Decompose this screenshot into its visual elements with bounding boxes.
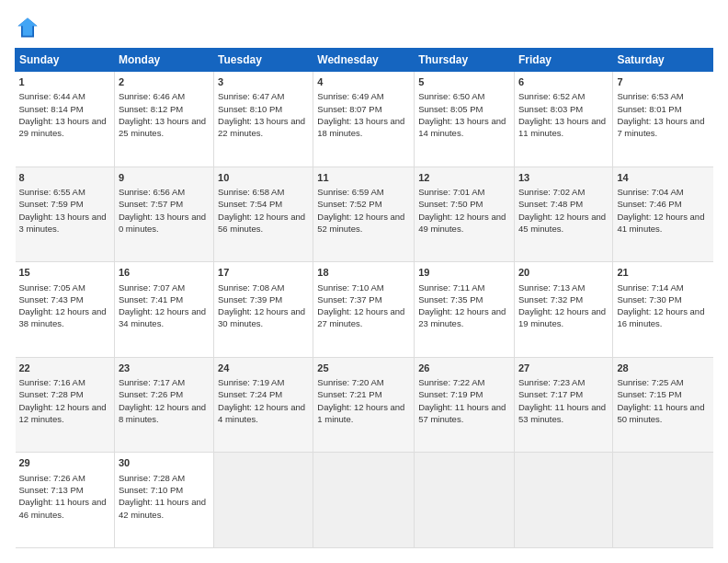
- sunset-text: Sunset: 7:24 PM: [218, 388, 309, 400]
- calendar-row-1: 1Sunrise: 6:44 AMSunset: 8:14 PMDaylight…: [16, 72, 713, 167]
- day-number: 25: [317, 362, 410, 375]
- sunrise-text: Sunrise: 7:19 AM: [218, 376, 309, 388]
- sunrise-text: Sunrise: 7:17 AM: [119, 376, 210, 388]
- sunset-text: Sunset: 8:05 PM: [418, 103, 510, 115]
- calendar-cell: 14Sunrise: 7:04 AMSunset: 7:46 PMDayligh…: [613, 167, 713, 262]
- sunrise-text: Sunrise: 7:10 AM: [317, 282, 410, 293]
- sunset-text: Sunset: 7:17 PM: [518, 388, 609, 400]
- sunrise-text: Sunrise: 6:53 AM: [617, 90, 709, 102]
- sunrise-text: Sunrise: 7:25 AM: [617, 376, 709, 388]
- day-number: 18: [317, 266, 410, 280]
- sunset-text: Sunset: 7:26 PM: [119, 388, 210, 400]
- sunset-text: Sunset: 7:28 PM: [19, 388, 110, 400]
- sunrise-text: Sunrise: 6:47 AM: [218, 90, 309, 102]
- sunset-text: Sunset: 7:43 PM: [19, 293, 110, 305]
- sunrise-text: Sunrise: 7:07 AM: [119, 282, 210, 293]
- calendar-body: 1Sunrise: 6:44 AMSunset: 8:14 PMDaylight…: [16, 72, 713, 548]
- sunset-text: Sunset: 7:41 PM: [119, 293, 210, 305]
- sunrise-text: Sunrise: 7:16 AM: [19, 376, 110, 388]
- daylight-text: Daylight: 13 hours and 22 minutes.: [218, 115, 309, 140]
- calendar-cell: [313, 453, 415, 548]
- calendar-cell: 20Sunrise: 7:13 AMSunset: 7:32 PMDayligh…: [514, 262, 612, 358]
- sunrise-text: Sunrise: 6:52 AM: [518, 90, 609, 102]
- daylight-text: Daylight: 12 hours and 56 minutes.: [218, 211, 309, 236]
- sunrise-text: Sunrise: 7:11 AM: [418, 282, 510, 293]
- sunset-text: Sunset: 7:50 PM: [418, 198, 510, 210]
- sunrise-text: Sunrise: 7:26 AM: [19, 472, 110, 484]
- calendar-row-4: 22Sunrise: 7:16 AMSunset: 7:28 PMDayligh…: [16, 357, 713, 453]
- calendar-cell: 25Sunrise: 7:20 AMSunset: 7:21 PMDayligh…: [313, 357, 415, 453]
- sunrise-text: Sunrise: 7:28 AM: [119, 472, 210, 484]
- calendar-cell: 10Sunrise: 6:58 AMSunset: 7:54 PMDayligh…: [214, 167, 313, 262]
- day-number: 1: [19, 75, 110, 89]
- daylight-text: Daylight: 13 hours and 11 minutes.: [518, 115, 609, 140]
- sunrise-text: Sunrise: 7:13 AM: [518, 282, 609, 293]
- calendar-cell: 8Sunrise: 6:55 AMSunset: 7:59 PMDaylight…: [16, 167, 115, 262]
- day-number: 23: [119, 362, 210, 375]
- sunrise-text: Sunrise: 6:59 AM: [317, 186, 410, 198]
- daylight-text: Daylight: 11 hours and 50 minutes.: [617, 401, 709, 426]
- day-number: 14: [617, 171, 709, 185]
- sunrise-text: Sunrise: 7:02 AM: [518, 186, 609, 198]
- day-number: 20: [518, 266, 609, 280]
- calendar-cell: 27Sunrise: 7:23 AMSunset: 7:17 PMDayligh…: [514, 357, 612, 453]
- daylight-text: Daylight: 12 hours and 30 minutes.: [218, 305, 309, 330]
- calendar-cell: 3Sunrise: 6:47 AMSunset: 8:10 PMDaylight…: [214, 72, 313, 167]
- daylight-text: Daylight: 13 hours and 29 minutes.: [19, 115, 110, 140]
- calendar-cell: 5Sunrise: 6:50 AMSunset: 8:05 PMDaylight…: [415, 72, 515, 167]
- sunrise-text: Sunrise: 6:44 AM: [19, 90, 110, 102]
- daylight-text: Daylight: 13 hours and 0 minutes.: [119, 211, 210, 236]
- day-number: 7: [617, 75, 709, 89]
- daylight-text: Daylight: 13 hours and 18 minutes.: [317, 115, 410, 140]
- sunset-text: Sunset: 7:21 PM: [317, 388, 410, 400]
- day-number: 3: [218, 75, 309, 89]
- calendar-cell: 15Sunrise: 7:05 AMSunset: 7:43 PMDayligh…: [16, 262, 115, 358]
- daylight-text: Daylight: 13 hours and 3 minutes.: [19, 211, 110, 236]
- daylight-text: Daylight: 11 hours and 42 minutes.: [119, 496, 210, 521]
- daylight-text: Daylight: 12 hours and 45 minutes.: [518, 211, 609, 236]
- daylight-text: Daylight: 12 hours and 34 minutes.: [119, 305, 210, 330]
- sunset-text: Sunset: 8:14 PM: [19, 103, 110, 115]
- daylight-text: Daylight: 12 hours and 27 minutes.: [317, 305, 410, 330]
- calendar-row-2: 8Sunrise: 6:55 AMSunset: 7:59 PMDaylight…: [16, 167, 713, 262]
- sunrise-text: Sunrise: 7:05 AM: [19, 282, 110, 293]
- day-number: 10: [218, 171, 309, 185]
- sunrise-text: Sunrise: 6:46 AM: [119, 90, 210, 102]
- sunset-text: Sunset: 8:07 PM: [317, 103, 410, 115]
- day-number: 8: [19, 171, 110, 185]
- day-number: 6: [518, 75, 609, 89]
- sunrise-text: Sunrise: 7:14 AM: [617, 282, 709, 293]
- calendar-cell: 11Sunrise: 6:59 AMSunset: 7:52 PMDayligh…: [313, 167, 415, 262]
- calendar-cell: [415, 453, 515, 548]
- day-number: 26: [418, 362, 510, 375]
- calendar-cell: 26Sunrise: 7:22 AMSunset: 7:19 PMDayligh…: [415, 357, 515, 453]
- calendar-cell: [514, 453, 612, 548]
- calendar-row-3: 15Sunrise: 7:05 AMSunset: 7:43 PMDayligh…: [16, 262, 713, 358]
- sunset-text: Sunset: 8:03 PM: [518, 103, 609, 115]
- col-header-sunday: Sunday: [16, 49, 115, 72]
- col-header-friday: Friday: [514, 49, 612, 72]
- sunset-text: Sunset: 7:46 PM: [617, 198, 709, 210]
- day-number: 4: [317, 75, 410, 89]
- sunrise-text: Sunrise: 7:01 AM: [418, 186, 510, 198]
- day-number: 5: [418, 75, 510, 89]
- col-header-tuesday: Tuesday: [214, 49, 313, 72]
- daylight-text: Daylight: 12 hours and 1 minute.: [317, 401, 410, 426]
- sunrise-text: Sunrise: 7:23 AM: [518, 376, 609, 388]
- calendar-cell: 13Sunrise: 7:02 AMSunset: 7:48 PMDayligh…: [514, 167, 612, 262]
- header: [15, 15, 713, 40]
- daylight-text: Daylight: 12 hours and 23 minutes.: [418, 305, 510, 330]
- calendar-cell: 23Sunrise: 7:17 AMSunset: 7:26 PMDayligh…: [114, 357, 213, 453]
- daylight-text: Daylight: 11 hours and 53 minutes.: [518, 401, 609, 426]
- col-header-wednesday: Wednesday: [313, 49, 415, 72]
- calendar-row-5: 29Sunrise: 7:26 AMSunset: 7:13 PMDayligh…: [16, 453, 713, 548]
- day-number: 19: [418, 266, 510, 280]
- page: SundayMondayTuesdayWednesdayThursdayFrid…: [0, 0, 728, 563]
- sunrise-text: Sunrise: 7:08 AM: [218, 282, 309, 293]
- calendar-cell: 4Sunrise: 6:49 AMSunset: 8:07 PMDaylight…: [313, 72, 415, 167]
- calendar-cell: 12Sunrise: 7:01 AMSunset: 7:50 PMDayligh…: [415, 167, 515, 262]
- calendar-cell: 6Sunrise: 6:52 AMSunset: 8:03 PMDaylight…: [514, 72, 612, 167]
- sunset-text: Sunset: 7:59 PM: [19, 198, 110, 210]
- svg-marker-1: [18, 18, 38, 36]
- daylight-text: Daylight: 13 hours and 14 minutes.: [418, 115, 510, 140]
